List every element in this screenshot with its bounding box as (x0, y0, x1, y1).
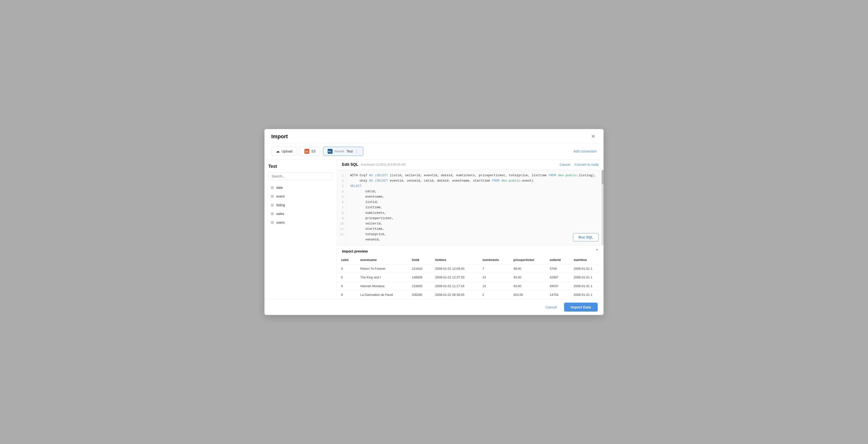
preview-table: catid eventname listid listtime numticke… (337, 256, 603, 299)
table-cell: 6 (337, 273, 356, 282)
col-catid: catid (337, 256, 356, 264)
table-icon: ⊞ (271, 212, 274, 216)
upload-icon: ☁ (276, 149, 280, 154)
table-name: users (276, 221, 285, 224)
table-cell: 823.00 (509, 290, 546, 299)
table-cell: 206280 (408, 290, 431, 299)
table-item[interactable]: ⊞ users (268, 218, 333, 227)
table-cell: 3709 (546, 264, 570, 273)
table-item[interactable]: ⊞ sales (268, 210, 333, 218)
line-numbers: 123456789101112 (337, 170, 346, 245)
table-cell: 49537 (546, 282, 570, 290)
redshift-label: Test (347, 149, 353, 153)
import-data-button[interactable]: Import Data (564, 303, 598, 312)
table-name: event (276, 194, 285, 198)
s3-connection-btn[interactable]: S3 S3 (300, 147, 320, 156)
redshift-subtitle: Redshift (335, 150, 344, 153)
table-cell: 24 (478, 273, 509, 282)
footer-cancel-button[interactable]: Cancel (541, 303, 561, 311)
col-eventname: eventname (356, 256, 408, 264)
import-modal: Import ✕ ☁ Upload S3 S3 RS Redshif (265, 129, 603, 315)
table-name: sales (276, 212, 284, 216)
table-cell: 2008-01-01 11:17:16 (431, 282, 478, 290)
s3-icon: S3 (304, 149, 309, 154)
table-icon: ⊞ (271, 185, 274, 190)
table-cell: 63.00 (509, 282, 546, 290)
col-sellerid: sellerid (546, 256, 570, 264)
table-item[interactable]: ⊞ listing (268, 201, 333, 209)
table-cell: 9 (337, 282, 356, 290)
table-cell: 2008-01-01 12:09:40 (431, 264, 478, 273)
import-preview-title: Import preview (342, 249, 368, 253)
import-preview-section: Import preview ⌃ catid eventname listid … (337, 245, 603, 299)
connections-bar: ☁ Upload S3 S3 RS Redshift Test ⋮ Add co… (265, 143, 603, 160)
run-sql-wrap: Run SQL (573, 233, 599, 241)
editor-scrollbar-thumb (601, 170, 603, 185)
redshift-icon: RS (328, 149, 333, 154)
modal-header: Import ✕ (265, 129, 603, 143)
add-connection-button[interactable]: Add connection (573, 149, 597, 153)
table-cell: Return To Forever (356, 264, 408, 273)
col-listid: listid (408, 256, 431, 264)
table-cell: 146839 (408, 273, 431, 282)
col-starttime: starttime (569, 256, 603, 264)
preview-table-wrap[interactable]: catid eventname listid listtime numticke… (337, 256, 603, 299)
collapse-icon[interactable]: ⌃ (595, 248, 599, 254)
s3-label: S3 (311, 149, 315, 153)
table-cell: 14 (478, 282, 509, 290)
table-cell: 14754 (546, 290, 570, 299)
redshift-menu-icon[interactable]: ⋮ (355, 149, 359, 154)
editor-title: Edit SQL (342, 162, 359, 167)
table-cell: 2008-01-01 06:38:45 (431, 290, 478, 299)
sidebar: Test ⊞ date ⊞ event ⊞ listing (265, 160, 337, 299)
table-cell: 2008-01-01 12:37:20 (431, 273, 478, 282)
import-preview-header: Import preview ⌃ (337, 246, 603, 256)
table-cell: Hannah Montana (356, 282, 408, 290)
table-name: listing (276, 203, 285, 207)
redshift-connection-btn[interactable]: RS Redshift Test ⋮ (323, 147, 363, 156)
table-cell: La Damnation de Faust (356, 290, 408, 299)
table-icon: ⊞ (271, 194, 274, 198)
table-cell: 2 (478, 290, 509, 299)
table-icon: ⊞ (271, 220, 274, 225)
table-row: 9Return To Forever1216102008-01-01 12:09… (337, 264, 603, 273)
sql-code-editor[interactable]: WITH Ccq7 AS (SELECT listid, sellerid, e… (346, 170, 603, 245)
editor-scrollbar[interactable] (601, 170, 603, 245)
table-item[interactable]: ⊞ date (268, 184, 333, 192)
upload-label: Upload (282, 149, 292, 153)
table-cell: 7 (478, 264, 509, 273)
editor-header: Edit SQL Autosaved 11/18/21 at 8:30:45 A… (337, 160, 603, 170)
table-header-row: catid eventname listid listtime numticke… (337, 256, 603, 264)
table-list: ⊞ date ⊞ event ⊞ listing ⊞ sales (268, 184, 333, 227)
upload-connection-btn[interactable]: ☁ Upload (271, 147, 297, 156)
table-item[interactable]: ⊞ event (268, 192, 333, 200)
table-cell: 2008-01-01 1 (569, 264, 603, 273)
sql-editor-wrap: 123456789101112 WITH Ccq7 AS (SELECT lis… (337, 170, 603, 245)
sidebar-title: Test (268, 164, 333, 169)
table-cell: 99.00 (509, 264, 546, 273)
svg-text:S3: S3 (305, 150, 308, 153)
table-cell: 8 (337, 290, 356, 299)
editor-cancel-button[interactable]: Cancel (560, 163, 570, 166)
table-cell: 2008-01-01 1 (569, 273, 603, 282)
table-cell: 93.00 (509, 273, 546, 282)
table-cell: 153835 (408, 282, 431, 290)
search-input[interactable] (268, 172, 333, 180)
editor-actions: Cancel Convert to node (560, 163, 599, 166)
svg-text:RS: RS (328, 150, 331, 153)
modal-title: Import (271, 133, 288, 140)
table-cell: 9 (337, 264, 356, 273)
table-row: 6The King and I1468392008-01-01 12:37:20… (337, 273, 603, 282)
convert-to-node-button[interactable]: Convert to node (575, 163, 599, 166)
modal-footer: Cancel Import Data (265, 299, 603, 315)
col-numtickets: numtickets (478, 256, 509, 264)
table-row: 8La Damnation de Faust2062802008-01-01 0… (337, 290, 603, 299)
autosaved-label: Autosaved 11/18/21 at 8:30:45 AM (361, 163, 405, 166)
run-sql-button[interactable]: Run SQL (573, 233, 599, 241)
table-cell: 2008-01-01 1 (569, 290, 603, 299)
table-cell: 2008-01-01 1 (569, 282, 603, 290)
main-content: Test ⊞ date ⊞ event ⊞ listing (265, 160, 603, 299)
close-button[interactable]: ✕ (589, 133, 597, 140)
table-cell: 42967 (546, 273, 570, 282)
table-cell: The King and I (356, 273, 408, 282)
